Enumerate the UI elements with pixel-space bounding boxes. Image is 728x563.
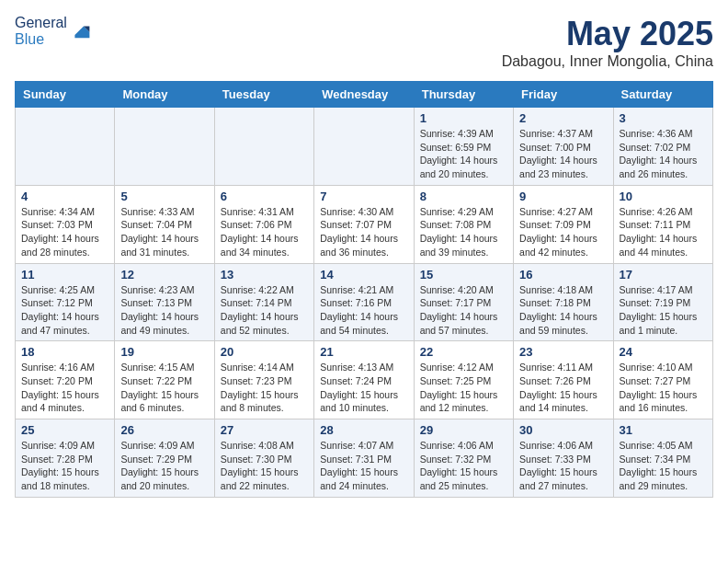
day-info: Sunrise: 4:11 AMSunset: 7:26 PMDaylight:… bbox=[519, 361, 607, 415]
day-info: Sunrise: 4:26 AMSunset: 7:11 PMDaylight:… bbox=[620, 205, 707, 259]
day-number: 8 bbox=[420, 190, 507, 203]
day-info: Sunrise: 4:10 AMSunset: 7:27 PMDaylight:… bbox=[620, 361, 707, 415]
calendar-cell: 26Sunrise: 4:09 AMSunset: 7:29 PMDayligh… bbox=[115, 419, 214, 498]
calendar-cell: 29Sunrise: 4:06 AMSunset: 7:32 PMDayligh… bbox=[414, 419, 513, 498]
day-number: 18 bbox=[21, 345, 108, 359]
day-header-friday: Friday bbox=[514, 82, 613, 108]
calendar-cell bbox=[314, 108, 414, 186]
title-section: May 2025 Dabagou, Inner Mongolia, China bbox=[502, 15, 713, 70]
day-info: Sunrise: 4:09 AMSunset: 7:29 PMDaylight:… bbox=[120, 439, 208, 493]
day-number: 4 bbox=[21, 190, 108, 203]
day-info: Sunrise: 4:30 AMSunset: 7:07 PMDaylight:… bbox=[320, 205, 407, 259]
day-info: Sunrise: 4:14 AMSunset: 7:23 PMDaylight:… bbox=[221, 361, 308, 415]
day-number: 31 bbox=[620, 423, 707, 437]
day-info: Sunrise: 4:12 AMSunset: 7:25 PMDaylight:… bbox=[420, 361, 507, 415]
calendar-cell: 19Sunrise: 4:15 AMSunset: 7:22 PMDayligh… bbox=[115, 341, 214, 419]
calendar-cell: 12Sunrise: 4:23 AMSunset: 7:13 PMDayligh… bbox=[115, 263, 214, 341]
calendar-cell: 5Sunrise: 4:33 AMSunset: 7:04 PMDaylight… bbox=[115, 185, 214, 263]
day-number: 7 bbox=[320, 190, 407, 203]
calendar-week-row: 4Sunrise: 4:34 AMSunset: 7:03 PMDaylight… bbox=[16, 185, 713, 263]
day-info: Sunrise: 4:37 AMSunset: 7:00 PMDaylight:… bbox=[519, 127, 607, 181]
calendar-week-row: 25Sunrise: 4:09 AMSunset: 7:28 PMDayligh… bbox=[16, 419, 713, 498]
calendar-week-row: 1Sunrise: 4:39 AMSunset: 6:59 PMDaylight… bbox=[16, 108, 713, 186]
day-header-sunday: Sunday bbox=[16, 82, 115, 108]
day-number: 10 bbox=[620, 190, 707, 203]
day-info: Sunrise: 4:34 AMSunset: 7:03 PMDaylight:… bbox=[21, 205, 108, 259]
day-info: Sunrise: 4:22 AMSunset: 7:14 PMDaylight:… bbox=[221, 283, 308, 338]
calendar-cell: 16Sunrise: 4:18 AMSunset: 7:18 PMDayligh… bbox=[514, 263, 613, 341]
day-number: 25 bbox=[21, 423, 108, 437]
day-number: 28 bbox=[320, 423, 407, 437]
calendar-table: SundayMondayTuesdayWednesdayThursdayFrid… bbox=[15, 81, 713, 498]
day-info: Sunrise: 4:13 AMSunset: 7:24 PMDaylight:… bbox=[320, 361, 407, 415]
day-number: 2 bbox=[519, 111, 607, 125]
day-number: 30 bbox=[519, 423, 607, 437]
day-number: 15 bbox=[420, 268, 507, 282]
day-info: Sunrise: 4:25 AMSunset: 7:12 PMDaylight:… bbox=[21, 283, 108, 338]
logo-text: General Blue bbox=[15, 15, 67, 48]
calendar-cell: 6Sunrise: 4:31 AMSunset: 7:06 PMDaylight… bbox=[214, 185, 313, 263]
day-number: 6 bbox=[221, 190, 308, 203]
day-header-tuesday: Tuesday bbox=[214, 82, 313, 108]
location-title: Dabagou, Inner Mongolia, China bbox=[502, 53, 713, 70]
day-number: 13 bbox=[221, 268, 308, 282]
day-info: Sunrise: 4:07 AMSunset: 7:31 PMDaylight:… bbox=[320, 439, 407, 493]
calendar-cell: 9Sunrise: 4:27 AMSunset: 7:09 PMDaylight… bbox=[514, 185, 613, 263]
calendar-cell: 14Sunrise: 4:21 AMSunset: 7:16 PMDayligh… bbox=[314, 263, 414, 341]
day-info: Sunrise: 4:23 AMSunset: 7:13 PMDaylight:… bbox=[120, 283, 208, 338]
day-info: Sunrise: 4:09 AMSunset: 7:28 PMDaylight:… bbox=[21, 439, 108, 493]
day-info: Sunrise: 4:08 AMSunset: 7:30 PMDaylight:… bbox=[221, 439, 308, 493]
day-number: 26 bbox=[120, 423, 208, 437]
day-info: Sunrise: 4:27 AMSunset: 7:09 PMDaylight:… bbox=[519, 205, 607, 259]
day-number: 23 bbox=[519, 345, 607, 359]
calendar-cell: 7Sunrise: 4:30 AMSunset: 7:07 PMDaylight… bbox=[314, 185, 414, 263]
calendar-cell: 4Sunrise: 4:34 AMSunset: 7:03 PMDaylight… bbox=[16, 185, 115, 263]
calendar-cell: 30Sunrise: 4:06 AMSunset: 7:33 PMDayligh… bbox=[514, 419, 613, 498]
calendar-cell: 25Sunrise: 4:09 AMSunset: 7:28 PMDayligh… bbox=[16, 419, 115, 498]
day-header-monday: Monday bbox=[115, 82, 214, 108]
day-info: Sunrise: 4:15 AMSunset: 7:22 PMDaylight:… bbox=[120, 361, 208, 415]
calendar-cell: 13Sunrise: 4:22 AMSunset: 7:14 PMDayligh… bbox=[214, 263, 313, 341]
day-info: Sunrise: 4:06 AMSunset: 7:33 PMDaylight:… bbox=[519, 439, 607, 493]
day-number: 3 bbox=[620, 111, 707, 125]
calendar-cell: 22Sunrise: 4:12 AMSunset: 7:25 PMDayligh… bbox=[414, 341, 513, 419]
calendar-cell: 15Sunrise: 4:20 AMSunset: 7:17 PMDayligh… bbox=[414, 263, 513, 341]
day-number: 1 bbox=[420, 111, 507, 125]
calendar-cell: 31Sunrise: 4:05 AMSunset: 7:34 PMDayligh… bbox=[613, 419, 712, 498]
day-number: 16 bbox=[519, 268, 607, 282]
calendar-cell: 1Sunrise: 4:39 AMSunset: 6:59 PMDaylight… bbox=[414, 108, 513, 186]
calendar-cell: 24Sunrise: 4:10 AMSunset: 7:27 PMDayligh… bbox=[613, 341, 712, 419]
day-info: Sunrise: 4:16 AMSunset: 7:20 PMDaylight:… bbox=[21, 361, 108, 415]
day-number: 29 bbox=[420, 423, 507, 437]
calendar-cell: 11Sunrise: 4:25 AMSunset: 7:12 PMDayligh… bbox=[16, 263, 115, 341]
day-info: Sunrise: 4:18 AMSunset: 7:18 PMDaylight:… bbox=[519, 283, 607, 338]
day-number: 20 bbox=[221, 345, 308, 359]
day-info: Sunrise: 4:29 AMSunset: 7:08 PMDaylight:… bbox=[420, 205, 507, 259]
day-number: 12 bbox=[120, 268, 208, 282]
page-header: General Blue May 2025 Dabagou, Inner Mon… bbox=[15, 15, 713, 70]
calendar-cell: 2Sunrise: 4:37 AMSunset: 7:00 PMDaylight… bbox=[514, 108, 613, 186]
day-number: 19 bbox=[120, 345, 208, 359]
day-number: 14 bbox=[320, 268, 407, 282]
day-info: Sunrise: 4:31 AMSunset: 7:06 PMDaylight:… bbox=[221, 205, 308, 259]
day-info: Sunrise: 4:36 AMSunset: 7:02 PMDaylight:… bbox=[620, 127, 707, 181]
day-number: 24 bbox=[620, 345, 707, 359]
calendar-cell: 23Sunrise: 4:11 AMSunset: 7:26 PMDayligh… bbox=[514, 341, 613, 419]
day-info: Sunrise: 4:06 AMSunset: 7:32 PMDaylight:… bbox=[420, 439, 507, 493]
month-title: May 2025 bbox=[502, 15, 713, 53]
calendar-cell bbox=[115, 108, 214, 186]
calendar-cell: 27Sunrise: 4:08 AMSunset: 7:30 PMDayligh… bbox=[214, 419, 313, 498]
calendar-cell: 8Sunrise: 4:29 AMSunset: 7:08 PMDaylight… bbox=[414, 185, 513, 263]
logo-blue: Blue bbox=[15, 31, 44, 47]
calendar-cell bbox=[16, 108, 115, 186]
calendar-cell: 10Sunrise: 4:26 AMSunset: 7:11 PMDayligh… bbox=[613, 185, 712, 263]
logo: General Blue bbox=[15, 15, 91, 48]
calendar-cell: 20Sunrise: 4:14 AMSunset: 7:23 PMDayligh… bbox=[214, 341, 313, 419]
day-number: 17 bbox=[620, 268, 707, 282]
day-info: Sunrise: 4:20 AMSunset: 7:17 PMDaylight:… bbox=[420, 283, 507, 338]
logo-general: General bbox=[15, 15, 67, 30]
day-number: 22 bbox=[420, 345, 507, 359]
day-number: 27 bbox=[221, 423, 308, 437]
calendar-cell: 21Sunrise: 4:13 AMSunset: 7:24 PMDayligh… bbox=[314, 341, 414, 419]
day-number: 21 bbox=[320, 345, 407, 359]
